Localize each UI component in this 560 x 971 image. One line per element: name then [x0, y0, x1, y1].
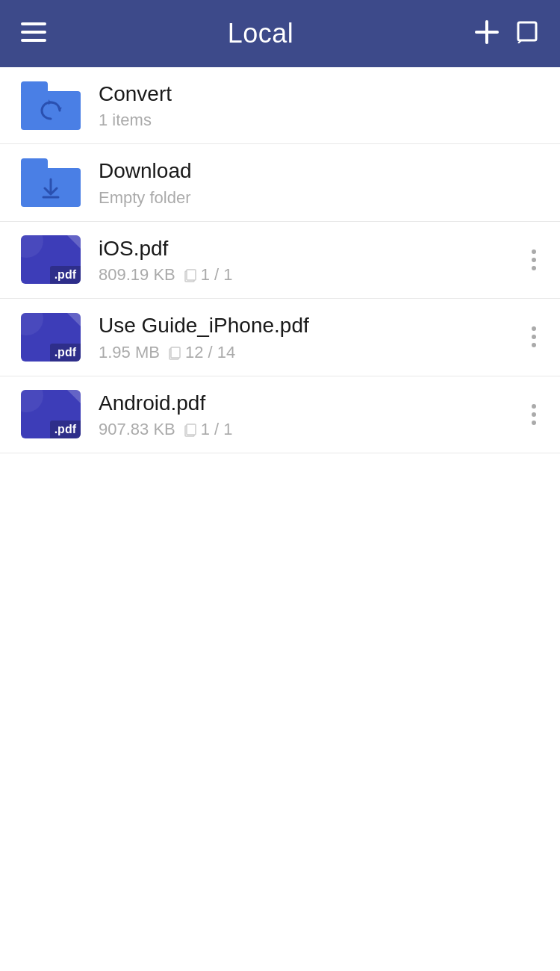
file-meta: Empty folder	[99, 188, 539, 208]
file-size: 907.83 KB	[99, 420, 175, 439]
folder-icon	[21, 158, 81, 207]
svg-rect-0	[21, 22, 46, 25]
svg-rect-12	[187, 270, 196, 280]
file-info: iOS.pdf 809.19 KB 1 / 1	[99, 235, 529, 285]
list-item[interactable]: Download Empty folder	[0, 144, 560, 221]
more-options-button[interactable]	[529, 238, 539, 282]
file-info: Convert 1 items	[99, 81, 539, 130]
file-list: Convert 1 items Download Em	[0, 67, 560, 453]
svg-rect-4	[475, 31, 499, 34]
more-options-button[interactable]	[529, 314, 539, 359]
file-size: 809.19 KB	[99, 265, 175, 285]
svg-rect-16	[187, 424, 196, 435]
list-item[interactable]: .pdf Use Guide_iPhone.pdf 1.95 MB 12 / 1…	[0, 299, 560, 376]
file-name: iOS.pdf	[99, 235, 529, 262]
file-meta: 907.83 KB 1 / 1	[99, 420, 529, 439]
header-actions	[475, 20, 539, 48]
file-info: Download Empty folder	[99, 158, 539, 207]
folder-icon	[21, 81, 81, 130]
list-item[interactable]: .pdf iOS.pdf 809.19 KB 1 / 1	[0, 222, 560, 299]
app-header: Local	[0, 0, 560, 67]
menu-icon[interactable]	[21, 22, 46, 45]
file-meta: 1 items	[99, 111, 539, 130]
add-button[interactable]	[475, 20, 499, 48]
more-options-button[interactable]	[529, 392, 539, 437]
list-item[interactable]: .pdf Android.pdf 907.83 KB 1 / 1	[0, 376, 560, 453]
pdf-file-icon: .pdf	[21, 313, 81, 362]
edit-button[interactable]	[517, 21, 539, 47]
svg-marker-7	[49, 99, 51, 105]
file-name: Download	[99, 158, 539, 184]
page-count: 12 / 14	[167, 343, 235, 362]
page-count: 1 / 1	[183, 420, 233, 439]
file-meta: 1.95 MB 12 / 14	[99, 343, 529, 362]
page-title: Local	[228, 18, 294, 49]
page-count: 1 / 1	[183, 265, 233, 285]
file-info: Android.pdf 907.83 KB 1 / 1	[99, 390, 529, 439]
file-info: Use Guide_iPhone.pdf 1.95 MB 12 / 14	[99, 312, 529, 362]
pdf-file-icon: .pdf	[21, 235, 81, 284]
file-size: 1.95 MB	[99, 343, 160, 362]
svg-rect-1	[21, 31, 46, 34]
pdf-file-icon: .pdf	[21, 390, 81, 438]
file-name: Android.pdf	[99, 390, 529, 417]
list-item[interactable]: Convert 1 items	[0, 67, 560, 144]
svg-marker-8	[57, 108, 62, 111]
file-name: Convert	[99, 81, 539, 108]
file-meta: 809.19 KB 1 / 1	[99, 265, 529, 285]
svg-rect-14	[171, 347, 180, 358]
svg-rect-2	[21, 39, 46, 42]
file-name: Use Guide_iPhone.pdf	[99, 312, 529, 339]
svg-rect-5	[518, 22, 536, 40]
